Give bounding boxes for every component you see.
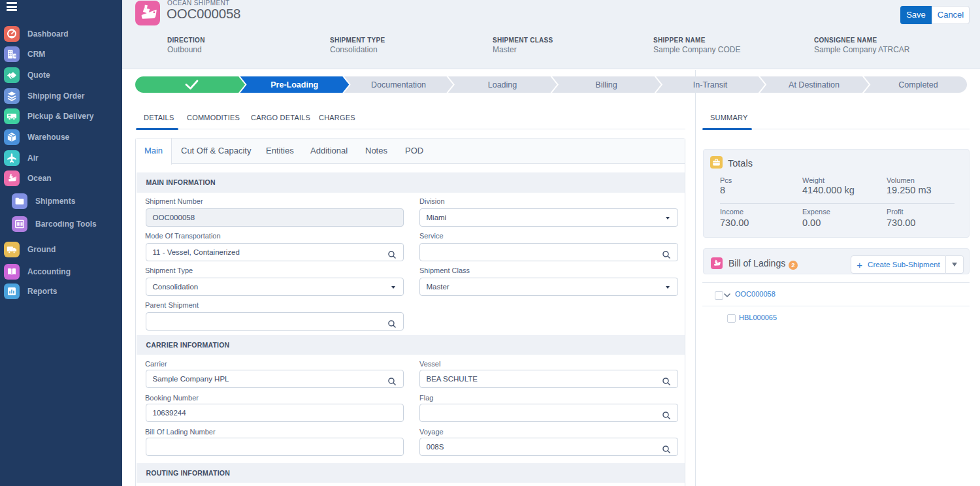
svg-text:Documentation: Documentation (371, 80, 426, 89)
svg-text:At Destination: At Destination (789, 80, 840, 89)
svg-text:Pre-Loading: Pre-Loading (270, 80, 318, 89)
svg-text:In-Transit: In-Transit (693, 80, 728, 89)
svg-text:Billing: Billing (595, 80, 617, 89)
svg-text:Completed: Completed (898, 80, 938, 89)
svg-text:Loading: Loading (488, 80, 517, 89)
